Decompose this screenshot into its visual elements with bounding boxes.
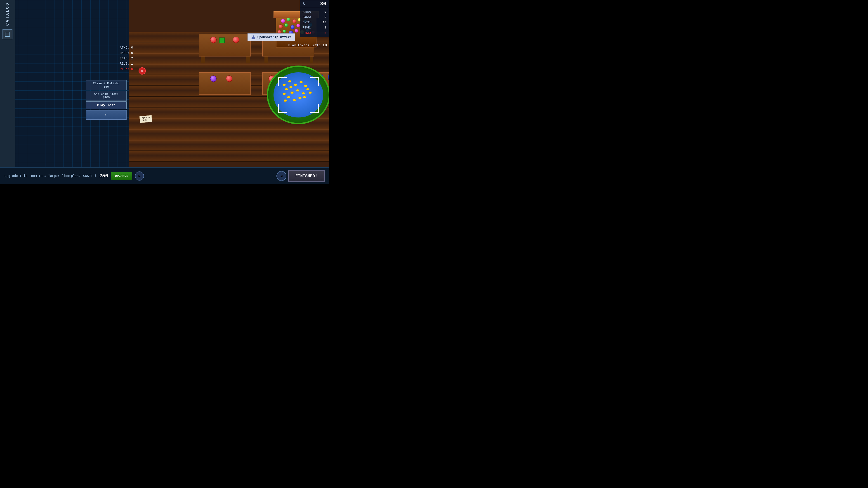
hud-risk-row: RISK: 5 (303, 31, 326, 36)
stats-hsa-row: H&SA: 0 (120, 51, 133, 56)
duck (306, 88, 309, 90)
duck (304, 85, 307, 87)
top-right-hud: $ 30 ATMO: 0 H&SA: 0 ENTE: 10 REVE: 2 RI… (300, 0, 329, 37)
next-arrow-button[interactable]: ▶ (135, 171, 144, 181)
duck (283, 93, 286, 95)
add-coin-slot-btn[interactable]: Add Coin Slot: $100 (86, 91, 127, 101)
clean-polish-btn[interactable]: Clean & Polish: $50 (86, 80, 127, 90)
stats-ente-label: ENTE: (120, 56, 129, 61)
bottom-bar: Upgrade this room to a larger floorplan?… (0, 167, 329, 184)
ball (284, 23, 288, 27)
bracket-bl (278, 104, 287, 113)
stats-overlay: ATMO: 0 H&SA: 0 ENTE: 2 REVE: 1 RISK: 0 (120, 45, 133, 72)
duck (287, 96, 290, 98)
red-ball (233, 37, 239, 43)
hud-risk-label: RISK: (303, 31, 311, 36)
play-tokens-label: Play tokens left: (288, 43, 321, 47)
red-ball (226, 75, 232, 82)
play-test-btn[interactable]: Play Test (86, 101, 127, 109)
ball (283, 30, 286, 33)
ball (296, 24, 300, 27)
duck (302, 92, 305, 94)
floor-plank (129, 129, 329, 140)
upgrade-button[interactable]: UPGRADE (111, 172, 132, 180)
ball (281, 19, 285, 23)
hud-risk-value: 5 (324, 31, 326, 36)
hud-ente-row: ENTE: 10 (303, 20, 326, 25)
stats-risk-row: RISK: 0 (120, 67, 133, 72)
hud-atmo-value: 0 (324, 9, 326, 14)
stats-ente-value: 2 (131, 56, 133, 61)
catalog-icon-inner (5, 32, 10, 37)
back-arrow: ← (105, 112, 107, 118)
green-square (219, 37, 225, 43)
duck (303, 96, 306, 98)
hud-reve-row: REVE: 2 (303, 25, 326, 30)
play-tokens-display: Play tokens left: 10 (288, 43, 327, 47)
ball (290, 25, 294, 29)
hud-ente-value: 10 (322, 20, 326, 25)
game-scene (129, 0, 329, 167)
stats-reve-value: 1 (131, 61, 133, 67)
duck (290, 92, 293, 94)
prev-arrow-button[interactable]: ◀ (276, 171, 286, 181)
duck (298, 97, 302, 99)
catalog-label: CATALOG (5, 2, 10, 26)
duck (285, 88, 288, 90)
close-button[interactable]: ✕ (138, 67, 146, 74)
duck (288, 80, 291, 83)
duck (289, 86, 292, 88)
floor-plank (129, 151, 329, 162)
stats-risk-label: RISK: (120, 67, 129, 72)
purple-ball (210, 75, 217, 82)
finished-button[interactable]: FINISHED! (288, 170, 324, 182)
duck (309, 92, 312, 94)
stats-hsa-label: H&SA: (120, 51, 129, 56)
ball (278, 30, 281, 34)
hud-atmo-label: ATMO: (303, 9, 311, 14)
money-display: $ 30 (300, 0, 329, 8)
duck (300, 81, 303, 83)
hud-hsa-row: H&SA: 0 (303, 14, 326, 20)
pick-duck-sign: PICK ADUCK! (140, 115, 152, 123)
stats-reve-row: REVE: 1 (120, 61, 133, 67)
cost-label: COST: $ (83, 174, 96, 178)
ball (279, 24, 283, 29)
table-leg (246, 57, 250, 63)
catalog-sidebar: CATALOG (0, 0, 16, 167)
stats-ente-row: ENTE: 2 (120, 56, 133, 61)
hud-reve-value: 2 (324, 25, 326, 30)
table-leg (265, 57, 268, 63)
duck (296, 89, 299, 92)
floor-plank (129, 140, 329, 151)
sponsorship-triangle-icon (251, 35, 256, 39)
hud-hsa-value: 0 (324, 14, 326, 20)
upgrade-text: Upgrade this room to a larger floorplan? (4, 174, 81, 178)
stats-atmo-label: ATMO: (120, 45, 129, 51)
table-leg (201, 57, 205, 63)
sponsorship-button[interactable]: Sponsorship Offer! (248, 33, 295, 41)
upgrade-section: Upgrade this room to a larger floorplan?… (4, 171, 276, 181)
ball (294, 29, 298, 33)
back-button[interactable]: ← (86, 110, 127, 120)
context-menu: Clean & Polish: $50 Add Coin Slot: $100 … (86, 80, 127, 120)
table (199, 72, 251, 95)
bracket-br (310, 104, 319, 113)
next-arrow-icon: ▶ (138, 174, 141, 178)
catalog-icon[interactable] (2, 29, 12, 39)
duck (283, 84, 286, 86)
table (199, 34, 251, 57)
ball (287, 18, 290, 21)
stats-reve-label: REVE: (120, 61, 129, 67)
hud-reve-label: REVE: (303, 25, 311, 30)
duck (284, 99, 287, 102)
prev-arrow-icon: ◀ (280, 174, 283, 178)
duck (293, 99, 296, 101)
stats-atmo-value: 0 (131, 45, 133, 51)
hud-hsa-label: H&SA: (303, 14, 311, 20)
duck (294, 84, 297, 86)
money-label: $ (303, 2, 305, 6)
duck-pool[interactable] (267, 66, 329, 124)
play-tokens-count: 10 (322, 43, 327, 47)
money-value: 30 (320, 1, 326, 7)
